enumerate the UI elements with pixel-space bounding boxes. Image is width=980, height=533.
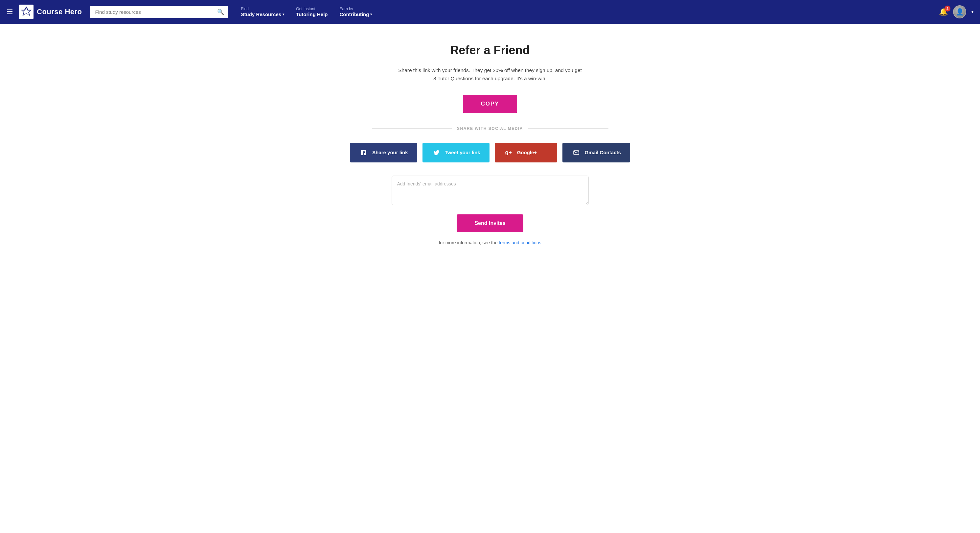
nav-links: Find Study Resources ▾ Get Instant Tutor…: [241, 6, 939, 17]
page-title: Refer a Friend: [450, 43, 530, 57]
googleplus-btn-label: Google+: [517, 150, 537, 155]
page-subtitle: Share this link with your friends. They …: [398, 66, 582, 83]
facebook-btn-label: Share your link: [372, 150, 408, 155]
terms-pre: for more information, see the: [439, 240, 499, 245]
contributing-chevron: ▾: [370, 13, 372, 16]
tutoring-nav[interactable]: Get Instant Tutoring Help: [296, 6, 328, 17]
tutoring-sub-label: Get Instant: [296, 6, 328, 11]
gmail-btn-label: Gmail Contacts: [585, 150, 621, 155]
copy-button[interactable]: COPY: [463, 95, 517, 113]
facebook-share-button[interactable]: Share your link: [350, 143, 417, 163]
navbar: ☰ Course Hero 🔍 Find Study Resources ▾ G…: [0, 0, 980, 24]
send-invites-button[interactable]: Send Invites: [457, 214, 523, 232]
logo-icon: [19, 5, 33, 19]
user-avatar[interactable]: 👤: [953, 5, 966, 18]
search-icon: 🔍: [217, 8, 224, 16]
gmail-icon: [572, 148, 581, 157]
googleplus-icon: g+: [504, 148, 513, 157]
social-divider: SHARE WITH SOCIAL MEDIA: [372, 126, 608, 131]
study-resources-chevron: ▾: [283, 13, 284, 16]
earn-sub-label: Earn by: [339, 6, 372, 11]
divider-line-left: [372, 128, 452, 129]
terms-link[interactable]: terms and conditions: [499, 240, 541, 245]
divider-line-right: [528, 128, 608, 129]
find-sub-label: Find: [241, 6, 285, 11]
twitter-btn-label: Tweet your link: [445, 150, 480, 155]
logo-text: Course Hero: [37, 8, 82, 16]
divider-label: SHARE WITH SOCIAL MEDIA: [457, 126, 523, 131]
logo-link[interactable]: Course Hero: [19, 5, 82, 19]
study-resources-nav[interactable]: Find Study Resources ▾: [241, 6, 285, 17]
googleplus-share-button[interactable]: g+ Google+: [495, 143, 557, 163]
search-bar: 🔍: [90, 6, 228, 18]
search-input[interactable]: [90, 6, 228, 18]
contributing-nav[interactable]: Earn by Contributing ▾: [339, 6, 372, 17]
tutoring-label: Tutoring Help: [296, 11, 328, 17]
social-buttons-group: Share your link Tweet your link g+ Googl…: [350, 143, 630, 163]
avatar-image: 👤: [954, 6, 966, 18]
contributing-label: Contributing ▾: [339, 11, 372, 17]
email-input[interactable]: [391, 176, 589, 205]
facebook-icon: [359, 148, 368, 157]
twitter-share-button[interactable]: Tweet your link: [423, 143, 490, 163]
svg-rect-3: [574, 151, 579, 155]
nav-right: 🔔 2 👤 ▾: [939, 5, 974, 18]
terms-text: for more information, see the terms and …: [439, 240, 541, 245]
notification-badge: 2: [945, 6, 950, 11]
twitter-icon: [432, 148, 441, 157]
notifications-bell[interactable]: 🔔 2: [939, 8, 948, 16]
hamburger-menu[interactable]: ☰: [6, 8, 13, 16]
study-resources-label: Study Resources ▾: [241, 11, 285, 17]
avatar-chevron[interactable]: ▾: [972, 10, 974, 14]
main-content: Refer a Friend Share this link with your…: [0, 24, 980, 533]
gmail-contacts-button[interactable]: Gmail Contacts: [562, 143, 630, 163]
